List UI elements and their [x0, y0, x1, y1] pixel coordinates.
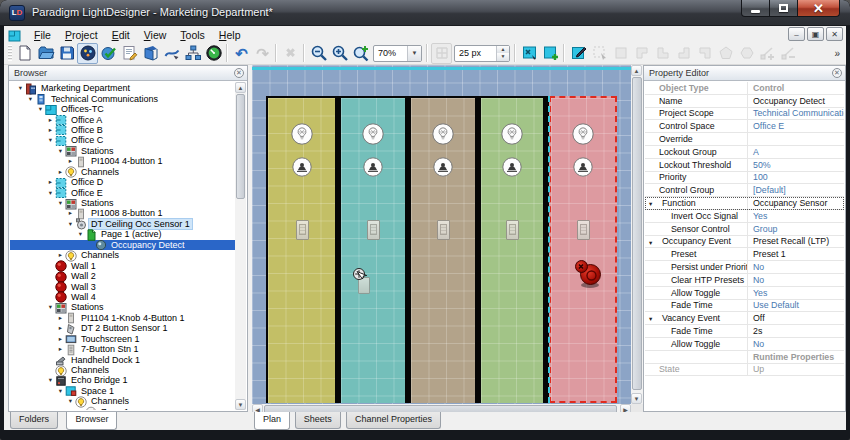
tree-item-dt-2-button-sensor-1[interactable]: ▸DT 2 Button Sensor 1 [10, 323, 235, 333]
tree-collapse-icon[interactable]: ▾ [26, 95, 35, 103]
tree-collapse-icon[interactable]: ▾ [46, 376, 55, 384]
property-value[interactable]: Use Default [748, 300, 844, 310]
tree-item-echo-bridge-1[interactable]: ▾Echo Bridge 1 [10, 375, 235, 385]
property-value[interactable]: 50% [748, 160, 844, 170]
network-tree-button[interactable] [182, 43, 203, 64]
tree-collapse-icon[interactable]: ▾ [56, 199, 65, 207]
menu-edit[interactable]: Edit [105, 28, 137, 42]
property-value[interactable]: Preset Recall (LTP) [748, 236, 844, 246]
minimize-button[interactable] [741, 0, 770, 17]
zoom-fit-button[interactable] [350, 43, 371, 64]
property-value[interactable]: A [748, 147, 844, 157]
property-value[interactable]: Occupancy Sensor [748, 198, 844, 208]
property-value[interactable]: Off [748, 313, 844, 323]
tree-expand-icon[interactable]: ▸ [56, 335, 65, 343]
tree-expand-icon[interactable]: ▸ [46, 126, 55, 134]
scroll-down-icon[interactable]: ▼ [631, 393, 642, 404]
tree-item-dt-ceiling-occ-sensor-1[interactable]: ▾DT Ceiling Occ Sensor 1 [10, 219, 235, 229]
property-row-state[interactable]: StateUp [645, 364, 844, 377]
property-value[interactable]: Runtime Properties [748, 352, 844, 362]
property-row-function[interactable]: ▾FunctionOccupancy Sensor [645, 197, 844, 210]
tree-item-stations[interactable]: ▾Stations [10, 146, 235, 156]
occupancy-zone-icon[interactable] [292, 157, 312, 177]
occupancy-zone-icon[interactable] [433, 157, 453, 177]
tree-item-offices-tc[interactable]: ▾Offices-TC [10, 104, 235, 114]
tree-item-occupancy-detect[interactable]: Occupancy Detect [10, 240, 235, 250]
tree-item-stations[interactable]: ▾Stations [10, 198, 235, 208]
property-row-control-space[interactable]: Control SpaceOffice E [645, 120, 844, 133]
zoom-out-button[interactable] [308, 43, 329, 64]
drag-cursor-icon[interactable] [352, 267, 368, 283]
tree-expand-icon[interactable]: ▸ [56, 251, 65, 259]
tree-item-wall-3[interactable]: Wall 3 [10, 281, 235, 291]
menu-help[interactable]: Help [212, 28, 248, 42]
wizard-button[interactable] [140, 43, 161, 64]
document-icon[interactable] [8, 28, 21, 40]
tree-collapse-icon[interactable]: ▾ [46, 136, 55, 144]
tree-item-channels[interactable]: ▾Channels [10, 396, 235, 406]
tree-expand-icon[interactable]: ▸ [56, 314, 65, 322]
plan-view-button[interactable] [77, 43, 98, 64]
tree-item-marketing-department[interactable]: ▾Marketing Department [10, 83, 235, 93]
gauge-button[interactable] [203, 43, 224, 64]
property-row-clear-htp-presets[interactable]: Clear HTP PresetsNo [645, 274, 844, 287]
tree-item-wall-2[interactable]: Wall 2 [10, 271, 235, 281]
tree-collapse-icon[interactable]: ▾ [76, 230, 85, 238]
tree-collapse-icon[interactable]: ▾ [66, 220, 75, 228]
group-collapse-icon[interactable]: ▾ [649, 200, 652, 208]
zoom-in-button[interactable] [329, 43, 350, 64]
save-button[interactable] [56, 43, 77, 64]
wall-station-icon[interactable] [296, 220, 309, 240]
menu-file[interactable]: File [27, 28, 58, 42]
schedule-edit-button[interactable] [119, 43, 140, 64]
plan-copy-button[interactable] [519, 43, 540, 64]
plan-add-button[interactable] [540, 43, 561, 64]
property-row-allow-toggle[interactable]: Allow ToggleYes [645, 287, 844, 300]
property-value[interactable]: No [748, 339, 844, 349]
zoom-level-combo[interactable]: 70%▼ [373, 45, 422, 62]
property-value[interactable]: Occupancy Detect [748, 96, 844, 106]
wall-station-icon[interactable] [367, 220, 380, 240]
tree-expand-icon[interactable]: ▸ [56, 168, 65, 176]
ceiling-occ-sensor-object[interactable] [572, 258, 604, 290]
grid-size-spinner[interactable]: 25 px▲▼ [454, 45, 510, 62]
property-value[interactable]: 100 [748, 172, 844, 182]
verify-button[interactable] [98, 43, 119, 64]
property-row-allow-toggle[interactable]: Allow ToggleNo [645, 338, 844, 351]
mdi-close-button[interactable]: ✕ [826, 27, 843, 41]
tree-expand-icon[interactable]: ▸ [66, 209, 75, 217]
canvas-tab-plan[interactable]: Plan [254, 412, 290, 430]
channel-light-icon[interactable] [362, 123, 384, 145]
property-editor-close-icon[interactable]: ✕ [832, 68, 842, 78]
scroll-up-icon[interactable]: ▲ [235, 82, 246, 93]
tree-item-office-a[interactable]: ▸Office A [10, 114, 235, 124]
canvas-tab-sheets[interactable]: Sheets [295, 412, 341, 429]
mdi-minimize-button[interactable]: – [788, 27, 805, 41]
tree-expand-icon[interactable]: ▸ [66, 157, 75, 165]
browser-tab-folders[interactable]: Folders [10, 412, 58, 429]
tree-item-wall-1[interactable]: Wall 1 [10, 260, 235, 270]
property-value[interactable]: No [748, 262, 844, 272]
property-row-fade-time[interactable]: Fade Time2s [645, 325, 844, 338]
menu-project[interactable]: Project [58, 28, 105, 42]
tree-item-channels[interactable]: ▸Channels [10, 167, 235, 177]
property-row-lockout-threshold[interactable]: Lockout Threshold50% [645, 159, 844, 172]
tree-item-pi1004-4-button-1[interactable]: ▸PI1004 4-button 1 [10, 156, 235, 166]
tree-item-pi1104-1-knob-4-button-1[interactable]: ▸PI1104 1-Knob 4-Button 1 [10, 313, 235, 323]
scroll-up-icon[interactable]: ▲ [631, 65, 642, 76]
open-folder-button[interactable] [35, 43, 56, 64]
plan-top-wall-selected[interactable] [252, 67, 631, 70]
property-row-preset[interactable]: PresetPreset 1 [645, 248, 844, 261]
tree-expand-icon[interactable]: ▸ [56, 324, 65, 332]
tree-collapse-icon[interactable]: ▾ [46, 303, 55, 311]
property-row-override[interactable]: Override [645, 133, 844, 146]
group-collapse-icon[interactable]: ▾ [649, 315, 652, 323]
tree-collapse-icon[interactable]: ▾ [56, 147, 65, 155]
property-row-object-type[interactable]: Object TypeControl [645, 82, 844, 95]
menu-tools[interactable]: Tools [173, 28, 212, 42]
undo-button[interactable]: ↶ [231, 43, 252, 64]
tree-item-channels[interactable]: Channels [10, 365, 235, 375]
maximize-button[interactable] [770, 0, 797, 17]
tree-item-7-button-stn-1[interactable]: ▸7-Button Stn 1 [10, 344, 235, 354]
tree-item-handheld-dock-1[interactable]: Handheld Dock 1 [10, 354, 235, 364]
